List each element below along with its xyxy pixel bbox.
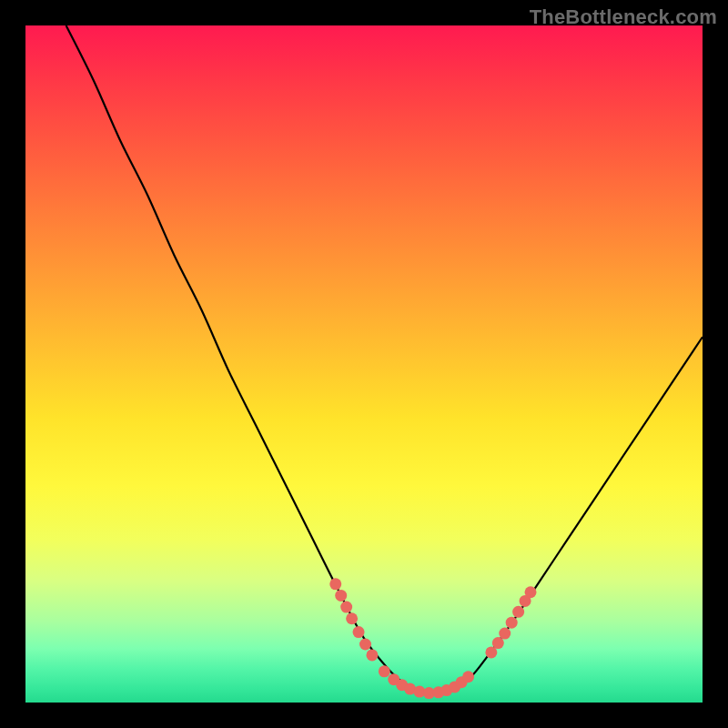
data-marker <box>366 649 378 661</box>
data-marker <box>346 612 358 624</box>
data-marker <box>353 626 365 638</box>
data-marker <box>379 665 390 677</box>
marker-group <box>329 578 536 699</box>
data-marker <box>485 646 497 658</box>
data-marker <box>340 602 352 613</box>
data-marker <box>506 617 518 629</box>
data-marker <box>359 639 371 651</box>
chart-svg <box>25 25 703 703</box>
plot-area <box>25 25 703 703</box>
data-marker <box>462 671 474 682</box>
data-marker <box>329 578 341 590</box>
data-marker <box>335 590 347 602</box>
bottleneck-curve <box>66 25 703 693</box>
data-marker <box>525 586 537 598</box>
data-marker <box>492 637 504 649</box>
watermark-text: TheBottleneck.com <box>530 5 717 29</box>
data-marker <box>499 628 511 640</box>
data-marker <box>512 606 524 618</box>
